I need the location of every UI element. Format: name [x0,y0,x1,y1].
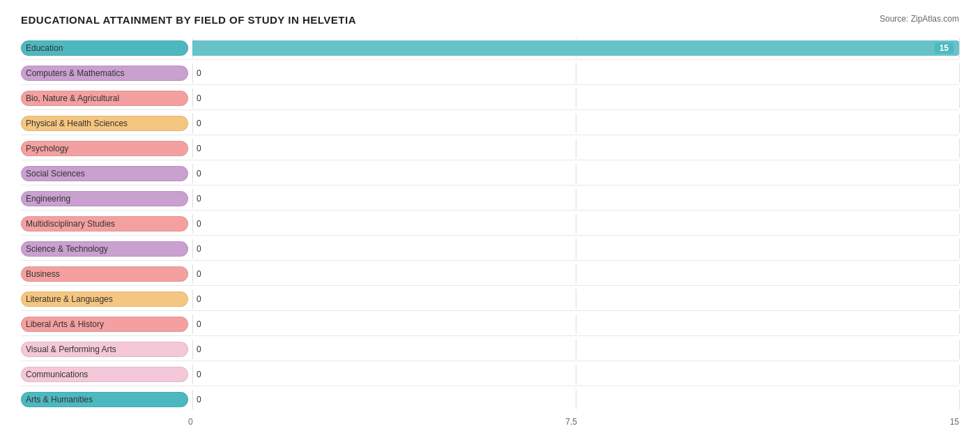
x-axis-label-0: 0 [188,417,193,427]
bar-container-8: 0 [192,239,959,259]
bar-value-3: 0 [197,119,201,128]
bar-label-9: Business [21,266,188,282]
bar-row: Psychology0 [21,137,959,160]
bar-label-1: Computers & Mathematics [21,66,188,81]
bar-row: Visual & Performing Arts0 [21,337,959,361]
bar-container-1: 0 [192,63,959,83]
bar-row: Education15 [21,36,959,60]
bar-container-4: 0 [192,139,959,158]
bar-value-10: 0 [197,294,201,304]
bar-value-7: 0 [197,219,201,229]
bar-label-0: Education [21,40,188,56]
bar-label-8: Science & Technology [21,241,188,257]
x-axis-labels: 07.515 [188,417,959,427]
bar-label-3: Physical & Health Sciences [21,116,188,131]
x-axis-label-2: 15 [950,417,959,427]
bar-row: Science & Technology0 [21,237,959,261]
chart-title: EDUCATIONAL ATTAINMENT BY FIELD OF STUDY… [21,14,356,26]
bar-row: Physical & Health Sciences0 [21,112,959,135]
bar-label-4: Psychology [21,141,188,156]
bar-value-8: 0 [197,244,201,254]
bar-value-14: 0 [197,395,201,404]
bar-label-6: Engineering [21,191,188,206]
bar-container-9: 0 [192,264,959,284]
bar-container-14: 0 [192,390,959,409]
bar-label-13: Communications [21,367,188,382]
bar-row: Multidisciplinary Studies0 [21,212,959,236]
bar-value-6: 0 [197,194,201,204]
bar-fill-0 [192,40,959,56]
bar-container-0: 15 [192,38,959,58]
bar-row: Social Sciences0 [21,162,959,185]
bar-value-0: 15 [935,43,954,54]
bar-value-5: 0 [197,169,201,179]
bar-row: Literature & Languages0 [21,287,959,311]
bar-row: Business0 [21,262,959,286]
bar-label-7: Multidisciplinary Studies [21,216,188,232]
bar-value-9: 0 [197,269,201,279]
bar-label-12: Visual & Performing Arts [21,342,188,357]
bar-container-13: 0 [192,365,959,384]
bar-label-11: Liberal Arts & History [21,317,188,332]
x-axis-label-1: 7.5 [565,417,577,427]
bar-container-5: 0 [192,164,959,183]
bar-container-2: 0 [192,89,959,108]
bar-label-5: Social Sciences [21,166,188,181]
bar-value-12: 0 [197,344,201,354]
bar-row: Engineering0 [21,187,959,211]
bar-value-1: 0 [197,68,201,78]
bar-value-4: 0 [197,144,201,153]
page-container: EDUCATIONAL ATTAINMENT BY FIELD OF STUDY… [21,14,959,427]
bar-label-14: Arts & Humanities [21,392,188,407]
bar-row: Computers & Mathematics0 [21,61,959,85]
bar-container-12: 0 [192,340,959,359]
bar-container-7: 0 [192,214,959,234]
bar-container-6: 0 [192,189,959,208]
bar-row: Liberal Arts & History0 [21,312,959,336]
source-label: Source: ZipAtlas.com [880,14,959,24]
bar-container-10: 0 [192,289,959,309]
bar-value-11: 0 [197,319,201,329]
bar-row: Bio, Nature & Agricultural0 [21,86,959,110]
chart-area: Education15Computers & Mathematics0Bio, … [21,36,959,411]
bar-label-10: Literature & Languages [21,291,188,307]
bar-label-2: Bio, Nature & Agricultural [21,91,188,106]
bar-row: Communications0 [21,363,959,386]
bar-row: Arts & Humanities0 [21,388,959,411]
bar-value-13: 0 [197,370,201,379]
bar-container-3: 0 [192,114,959,133]
bar-container-11: 0 [192,314,959,334]
x-axis: 07.515 [21,414,959,427]
bar-value-2: 0 [197,93,201,103]
